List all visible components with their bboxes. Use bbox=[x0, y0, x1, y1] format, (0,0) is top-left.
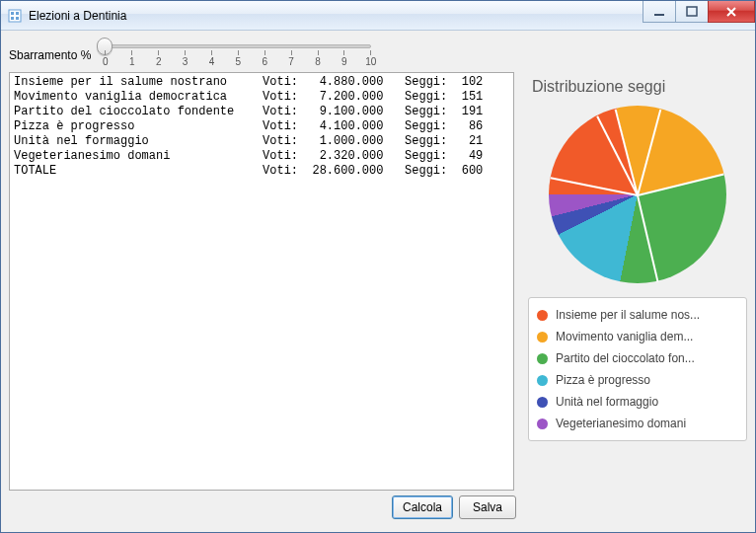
slider-ticks: 012345678910 bbox=[105, 50, 371, 55]
svg-rect-5 bbox=[654, 14, 664, 16]
legend-swatch bbox=[537, 332, 548, 343]
legend-label: Pizza è progresso bbox=[556, 373, 650, 387]
slider-track bbox=[105, 44, 371, 48]
svg-rect-4 bbox=[16, 17, 19, 20]
legend-label: Movimento vaniglia dem... bbox=[556, 330, 693, 343]
legend-label: Partito del cioccolato fon... bbox=[556, 351, 695, 365]
button-row: Calcola Salva bbox=[9, 491, 747, 520]
threshold-label: Sbarramento % bbox=[9, 35, 95, 62]
chart-legend: Insieme per il salume nos...Movimento va… bbox=[528, 297, 747, 441]
legend-label: Vegeterianesimo domani bbox=[556, 417, 686, 430]
svg-rect-2 bbox=[16, 12, 19, 15]
legend-item: Vegeterianesimo domani bbox=[537, 413, 738, 434]
svg-rect-1 bbox=[11, 12, 14, 15]
legend-label: Unità nel formaggio bbox=[556, 395, 658, 409]
legend-swatch bbox=[537, 310, 548, 321]
maximize-button[interactable] bbox=[675, 1, 709, 23]
threshold-slider[interactable]: 012345678910 bbox=[95, 35, 381, 70]
close-button[interactable] bbox=[708, 1, 755, 23]
window-controls bbox=[643, 1, 755, 30]
save-label: Salva bbox=[473, 500, 502, 514]
calculate-label: Calcola bbox=[403, 500, 442, 514]
legend-label: Insieme per il salume nos... bbox=[556, 308, 700, 322]
legend-item: Unità nel formaggio bbox=[537, 391, 738, 413]
legend-swatch bbox=[537, 397, 548, 408]
legend-swatch bbox=[537, 353, 548, 364]
legend-swatch bbox=[537, 419, 548, 429]
legend-item: Movimento vaniglia dem... bbox=[537, 326, 738, 347]
calculate-button[interactable]: Calcola bbox=[392, 495, 453, 519]
legend-item: Partito del cioccolato fon... bbox=[537, 347, 738, 369]
app-icon bbox=[7, 8, 23, 24]
chart-title: Distribuzione seggi bbox=[532, 78, 747, 96]
titlebar[interactable]: Elezioni a Dentinia bbox=[1, 1, 755, 31]
app-window: Elezioni a Dentinia Sbarramento % 012345… bbox=[0, 0, 756, 533]
svg-rect-6 bbox=[687, 7, 697, 16]
minimize-button[interactable] bbox=[643, 1, 676, 23]
legend-item: Insieme per il salume nos... bbox=[537, 304, 738, 326]
legend-item: Pizza è progresso bbox=[537, 369, 738, 391]
pie-chart bbox=[549, 106, 726, 283]
chart-pane: Distribuzione seggi Insieme per il salum… bbox=[528, 72, 747, 491]
client-area: Sbarramento % 012345678910 Insieme per i… bbox=[1, 31, 755, 532]
main-columns: Insieme per il salume nostrano Voti: 4.8… bbox=[9, 72, 747, 491]
legend-swatch bbox=[537, 375, 548, 386]
svg-rect-0 bbox=[9, 10, 21, 22]
threshold-row: Sbarramento % 012345678910 bbox=[9, 35, 747, 72]
svg-rect-3 bbox=[11, 17, 14, 20]
window-title: Elezioni a Dentinia bbox=[29, 9, 643, 23]
results-textarea[interactable]: Insieme per il salume nostrano Voti: 4.8… bbox=[9, 72, 514, 491]
save-button[interactable]: Salva bbox=[459, 495, 516, 519]
